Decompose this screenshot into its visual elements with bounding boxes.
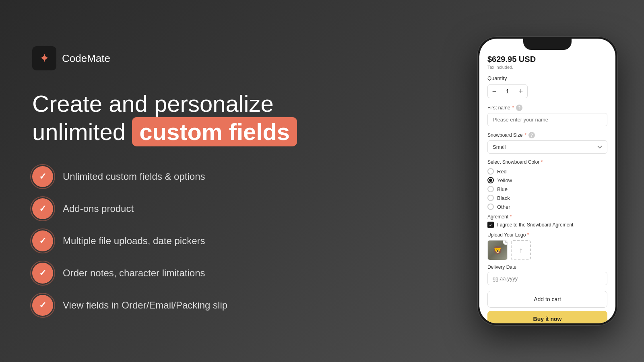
color-section-label: Select Snowboard Color * (487, 159, 607, 165)
radio-option-black[interactable]: Black (487, 195, 607, 201)
radio-label-other: Other (497, 204, 510, 210)
help-icon-firstname[interactable]: ? (516, 105, 522, 111)
upload-label: Upload Your Logo * (487, 232, 607, 238)
headline-highlight: custom fields (132, 117, 297, 146)
radio-circle-yellow (487, 177, 494, 183)
feature-text-4: Order notes, character limitations (63, 267, 205, 279)
headline-line1: Create and personalize (32, 90, 274, 117)
logo-box: ✦ (32, 46, 56, 70)
agreement-text: I agree to the Snowboard Agrement (497, 222, 573, 228)
product-price: $629.95 USD (487, 55, 607, 64)
first-name-label: First name * ? (487, 105, 607, 111)
quantity-increase-button[interactable]: + (514, 85, 527, 98)
radio-circle-other (487, 204, 494, 210)
headline: Create and personalize unlimited custom … (32, 90, 443, 146)
upload-button[interactable]: ↑ (511, 240, 531, 260)
feature-item-3: ✓ Multiple file uploads, date pickers (32, 230, 443, 251)
upload-area: × ↑ (487, 240, 607, 260)
check-icon-5: ✓ (39, 300, 46, 311)
uploaded-thumbnail: × (487, 240, 508, 260)
brand-logo-icon: ✦ (40, 52, 49, 65)
required-star-upload: * (527, 232, 529, 238)
required-star-size: * (524, 132, 526, 138)
phone-notch (523, 39, 572, 50)
phone-outer: $629.95 USD Tax included. Quantity − 1 +… (477, 36, 618, 326)
feature-badge-2: ✓ (32, 198, 53, 219)
feature-item-2: ✓ Add-ons product (32, 198, 443, 219)
radio-option-other[interactable]: Other (487, 204, 607, 210)
quantity-label: Quantity (487, 75, 607, 81)
radio-label-red: Red (497, 169, 507, 175)
feature-badge-3: ✓ (32, 230, 53, 251)
quantity-value: 1 (501, 88, 514, 95)
check-icon-2: ✓ (39, 204, 46, 214)
feature-text-2: Add-ons product (63, 203, 134, 214)
feature-badge-5: ✓ (32, 295, 53, 316)
feature-badge-4: ✓ (32, 263, 53, 284)
snowboard-size-label: Snowboard Size * ? (487, 132, 607, 138)
check-icon-3: ✓ (39, 236, 46, 246)
feature-text-1: Unlimited custom fields & options (63, 171, 205, 182)
quantity-control: − 1 + (487, 84, 528, 98)
help-icon-size[interactable]: ? (528, 132, 535, 138)
radio-label-yellow: Yellow (497, 177, 512, 183)
check-icon-4: ✓ (39, 268, 46, 278)
agreement-checkbox-row[interactable]: ✓ I agree to the Snowboard Agrement (487, 222, 607, 228)
right-panel: $629.95 USD Tax included. Quantity − 1 +… (475, 36, 644, 326)
feature-item-5: ✓ View fields in Order/Email/Packing sli… (32, 295, 443, 316)
tax-note: Tax included. (487, 65, 607, 70)
agreement-section: Agrement * ✓ I agree to the Snowboard Ag… (487, 214, 607, 228)
feature-item-4: ✓ Order notes, character limitations (32, 263, 443, 284)
radio-label-black: Black (497, 195, 510, 201)
feature-badge-1: ✓ (32, 166, 53, 187)
date-label: Delivery Date (487, 264, 607, 270)
date-input[interactable] (487, 272, 607, 285)
quantity-decrease-button[interactable]: − (488, 85, 501, 98)
feature-text-5: View fields in Order/Email/Packing slip (63, 300, 227, 311)
features-list: ✓ Unlimited custom fields & options ✓ Ad… (32, 166, 443, 316)
left-panel: ✦ CodeMate Create and personalize unlimi… (0, 22, 475, 339)
snowboard-size-select[interactable]: Small Medium Large XL (487, 140, 607, 154)
feature-text-3: Multiple file uploads, date pickers (63, 235, 205, 247)
required-star: * (512, 105, 514, 111)
radio-circle-blue (487, 186, 494, 192)
add-to-cart-button[interactable]: Add to cart (487, 291, 607, 308)
radio-option-red[interactable]: Red (487, 168, 607, 175)
radio-option-blue[interactable]: Blue (487, 186, 607, 192)
first-name-input[interactable] (487, 113, 607, 126)
agreement-checkbox[interactable]: ✓ (487, 222, 494, 228)
radio-option-yellow[interactable]: Yellow (487, 177, 607, 183)
logo-area: ✦ CodeMate (32, 46, 443, 70)
brand-name: CodeMate (62, 52, 110, 65)
radio-label-blue: Blue (497, 186, 508, 192)
check-icon-1: ✓ (39, 171, 46, 182)
agreement-label: Agrement * (487, 214, 607, 220)
buy-now-button[interactable]: Buy it now (487, 311, 607, 323)
radio-circle-black (487, 195, 494, 201)
feature-item: ✓ Unlimited custom fields & options (32, 166, 443, 187)
phone-content[interactable]: $629.95 USD Tax included. Quantity − 1 +… (479, 39, 615, 323)
radio-circle-red (487, 168, 494, 175)
phone-inner: $629.95 USD Tax included. Quantity − 1 +… (479, 39, 615, 323)
required-star-color: * (541, 159, 543, 165)
required-star-agreement: * (510, 214, 512, 220)
upload-section: Upload Your Logo * × ↑ (487, 232, 607, 260)
headline-line2-prefix: unlimited (32, 119, 126, 145)
